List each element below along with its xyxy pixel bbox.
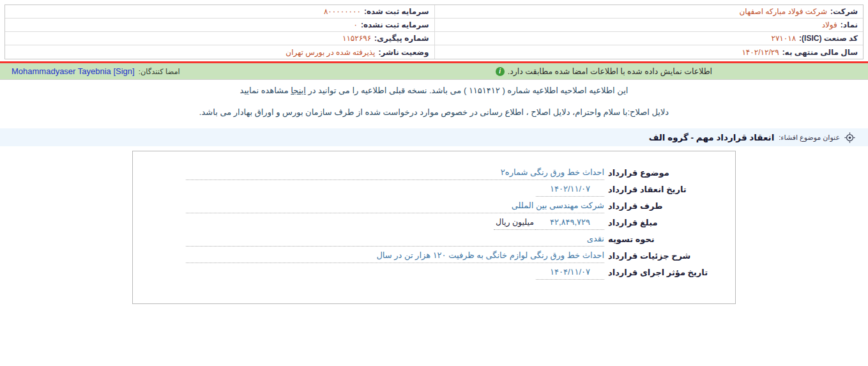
codal-disclosure-page: شرکت: شرکت فولاد مبارکه اصفهان سرمایه ثب…	[0, 4, 868, 304]
info-label: شماره پیگیری:	[374, 34, 429, 43]
info-value: ۲۷۱۰۱۸	[771, 34, 796, 43]
contract-field-row: شرح جزئیات قرارداد احداث خط ورق رنگی لوا…	[133, 247, 735, 264]
signers-label: امضا کنندگان:	[139, 67, 180, 76]
signer-name: Mohammadyaser Tayebnia [Sign]	[11, 66, 135, 76]
info-cell: نماد: فولاد	[434, 19, 864, 32]
info-value: پذیرفته شده در بورس تهران	[286, 48, 375, 57]
amendment-notice: این اطلاعیه اصلاحیه اطلاعیه شماره ( ۱۱۵۱…	[0, 85, 868, 96]
contract-field-value: احداث خط ورق رنگی لوازم خانگی به ظرفیت ۱…	[186, 248, 604, 263]
info-cell: سال مالی منتهی به: ۱۴۰۲/۱۲/۲۹	[434, 45, 864, 59]
info-label: شرکت:	[830, 7, 858, 16]
amendment-reason: دلایل اصلاح:با سلام واحترام، دلایل اصلاح…	[0, 107, 868, 118]
info-value: فولاد	[822, 20, 837, 29]
contract-field-label: تاریخ انعقاد قرارداد	[604, 185, 735, 194]
contract-field-label: نحوه تسویه	[604, 234, 735, 244]
info-cell: سرمایه ثبت نشده: ۰	[5, 19, 434, 32]
contract-field-value: نقدی	[186, 231, 604, 247]
contract-field-row: تاریخ انعقاد قرارداد ۱۴۰۲/۱۱/۰۷	[133, 181, 735, 197]
signature-match-text: اطلاعات نمایش داده شده با اطلاعات امضا ش…	[508, 66, 712, 76]
contract-field-label: تاریخ مؤثر اجرای قرارداد	[604, 268, 735, 277]
info-label: کد صنعت (ISIC):	[799, 34, 858, 43]
disclosure-subject-title: انعقاد قرارداد مهم - گروه الف	[649, 132, 775, 142]
contract-field-row: مبلغ قرارداد ۴۲,۸۴۹,۷۲۹ میلیون ریال	[133, 214, 735, 231]
contract-field-label: موضوع قرارداد	[604, 168, 735, 178]
contract-field-value: ۱۴۰۴/۱۱/۰۷	[536, 264, 604, 280]
info-cell: وضعیت ناشر: پذیرفته شده در بورس تهران	[5, 45, 434, 59]
contract-field-row: موضوع قرارداد احداث خط ورق رنگی شماره۲	[133, 164, 735, 181]
signature-banner: اطلاعات نمایش داده شده با اطلاعات امضا ش…	[0, 61, 868, 80]
info-label: وضعیت ناشر:	[378, 48, 429, 57]
info-value: شرکت فولاد مبارکه اصفهان	[740, 7, 828, 16]
amendment-notice-text: این اطلاعیه اصلاحیه اطلاعیه شماره ( ۱۱۵۱…	[308, 86, 628, 95]
info-icon: i	[496, 67, 505, 76]
info-value: ۱۴۰۲/۱۲/۲۹	[742, 48, 779, 57]
contract-field-row: طرف قرارداد شرکت مهندسی بین المللی	[133, 197, 735, 214]
info-value: ۸۰۰۰۰۰۰۰۰	[324, 7, 361, 16]
contract-field-row: تاریخ مؤثر اجرای قرارداد ۱۴۰۴/۱۱/۰۷	[133, 264, 735, 280]
info-label: سرمایه ثبت نشده:	[361, 20, 429, 29]
contract-field-value: احداث خط ورق رنگی شماره۲	[186, 165, 604, 180]
contract-field-label: مبلغ قرارداد	[604, 218, 735, 227]
signers-section: امضا کنندگان: Mohammadyaser Tayebnia [Si…	[0, 66, 180, 76]
contract-field-label: طرف قرارداد	[604, 201, 735, 211]
info-cell: شرکت: شرکت فولاد مبارکه اصفهان	[434, 5, 864, 19]
target-icon	[844, 132, 855, 143]
disclosure-header-bar: عنوان موضوع افشاء: انعقاد قرارداد مهم - …	[0, 128, 868, 146]
contract-field-value: شرکت مهندسی بین المللی	[186, 198, 604, 213]
contract-field-label: شرح جزئیات قرارداد	[604, 251, 735, 261]
info-label: سرمایه ثبت شده:	[364, 7, 429, 16]
company-info-table: شرکت: شرکت فولاد مبارکه اصفهان سرمایه ثب…	[4, 4, 864, 59]
contract-fields-box: موضوع قرارداد احداث خط ورق رنگی شماره۲ ت…	[132, 151, 736, 304]
info-value: ۰	[354, 20, 358, 29]
contract-field-value: ۱۴۰۲/۱۱/۰۷	[536, 181, 604, 197]
info-label: سال مالی منتهی به:	[782, 48, 858, 57]
info-cell: کد صنعت (ISIC): ۲۷۱۰۱۸	[434, 32, 864, 45]
disclosure-subject-label: عنوان موضوع افشاء:	[779, 133, 840, 142]
contract-field-value: ۴۲,۸۴۹,۷۲۹	[536, 215, 604, 230]
contract-field-row: نحوه تسویه نقدی	[133, 231, 735, 247]
info-value: ۱۱۵۲۶۹۶	[342, 34, 371, 43]
info-cell: شماره پیگیری: ۱۱۵۲۶۹۶	[5, 32, 434, 45]
signature-match-section: اطلاعات نمایش داده شده با اطلاعات امضا ش…	[180, 66, 868, 76]
previous-notice-link[interactable]: اینجا	[291, 86, 306, 95]
amendment-notice-suffix: مشاهده نمایید	[240, 86, 289, 95]
info-cell: سرمایه ثبت شده: ۸۰۰۰۰۰۰۰۰	[5, 5, 434, 19]
info-label: نماد:	[841, 20, 858, 29]
contract-field-unit: میلیون ریال	[494, 215, 536, 230]
